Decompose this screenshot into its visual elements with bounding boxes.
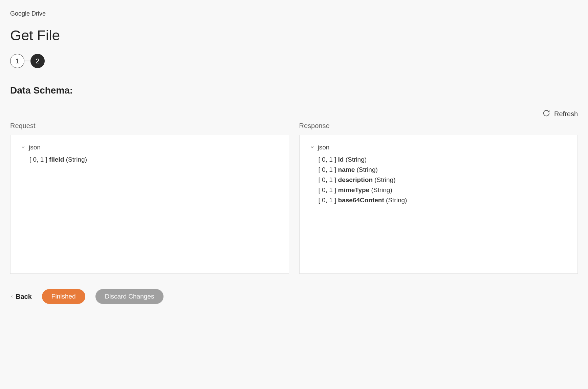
field-type: (String)	[384, 197, 407, 204]
response-label: Response	[299, 122, 578, 130]
schema-field[interactable]: [ 0, 1 ] base64Content (String)	[319, 195, 568, 205]
field-name: mimeType	[338, 186, 370, 193]
field-type: (String)	[64, 156, 87, 163]
field-name: name	[338, 166, 355, 173]
chevron-down-icon	[21, 144, 25, 151]
field-cardinality: [ 0, 1 ]	[29, 156, 49, 163]
step-connector	[24, 61, 30, 61]
request-label: Request	[10, 122, 289, 130]
discard-button[interactable]: Discard Changes	[95, 289, 164, 304]
field-type: (String)	[369, 186, 392, 193]
request-tree-children: [ 0, 1 ] fileId (String)	[29, 155, 279, 165]
schema-field[interactable]: [ 0, 1 ] description (String)	[319, 175, 568, 185]
finished-button[interactable]: Finished	[42, 289, 85, 304]
field-cardinality: [ 0, 1 ]	[319, 186, 338, 193]
step-1[interactable]: 1	[10, 54, 24, 68]
schema-field[interactable]: [ 0, 1 ] name (String)	[319, 165, 568, 175]
breadcrumb-link[interactable]: Google Drive	[10, 10, 46, 17]
back-button[interactable]: Back	[10, 293, 32, 301]
refresh-icon	[543, 109, 550, 119]
field-cardinality: [ 0, 1 ]	[319, 176, 338, 183]
field-name: id	[338, 156, 344, 163]
back-label: Back	[16, 293, 32, 301]
schema-field[interactable]: [ 0, 1 ] mimeType (String)	[319, 185, 568, 195]
request-panel: json [ 0, 1 ] fileId (String)	[10, 135, 289, 274]
field-type: (String)	[373, 176, 396, 183]
refresh-label: Refresh	[554, 110, 578, 118]
stepper: 1 2	[10, 54, 578, 68]
field-name: description	[338, 176, 373, 183]
page-title: Get File	[10, 27, 578, 44]
section-title: Data Schema:	[10, 85, 578, 96]
refresh-button[interactable]: Refresh	[10, 109, 578, 119]
response-panel: json [ 0, 1 ] id (String)[ 0, 1 ] name (…	[299, 135, 578, 274]
schema-field[interactable]: [ 0, 1 ] fileId (String)	[29, 155, 279, 165]
field-name: fileId	[49, 156, 64, 163]
field-cardinality: [ 0, 1 ]	[319, 156, 338, 163]
field-cardinality: [ 0, 1 ]	[319, 166, 338, 173]
field-type: (String)	[344, 156, 367, 163]
step-2[interactable]: 2	[30, 54, 45, 68]
field-name: base64Content	[338, 197, 384, 204]
chevron-left-icon	[10, 293, 14, 301]
response-tree-children: [ 0, 1 ] id (String)[ 0, 1 ] name (Strin…	[319, 155, 568, 205]
field-cardinality: [ 0, 1 ]	[319, 197, 338, 204]
response-root-label: json	[318, 144, 330, 151]
request-tree-root[interactable]: json	[21, 144, 279, 151]
schema-field[interactable]: [ 0, 1 ] id (String)	[319, 155, 568, 165]
response-tree-root[interactable]: json	[310, 144, 568, 151]
request-root-label: json	[29, 144, 41, 151]
field-type: (String)	[355, 166, 378, 173]
chevron-down-icon	[310, 144, 314, 151]
